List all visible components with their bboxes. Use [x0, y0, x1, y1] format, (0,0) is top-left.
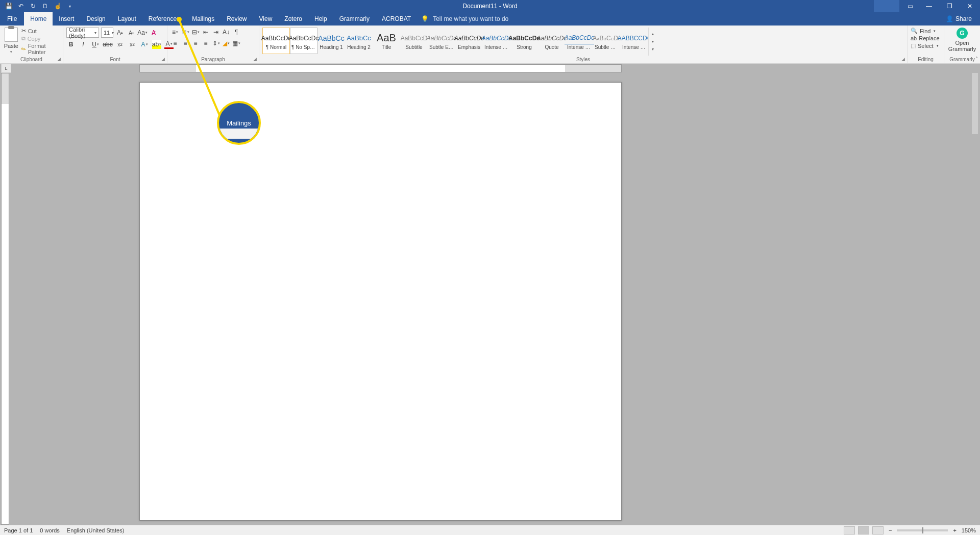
style-intense-re-[interactable]: AABBCCDCIntense Re… — [621, 28, 648, 54]
format-painter-button[interactable]: Format Painter — [21, 43, 60, 55]
style-title[interactable]: AaBTitle — [373, 28, 400, 54]
quick-access-toolbar: 💾 ↶ ↻ 🗋 ☝ ▾ — [0, 3, 74, 10]
style-heading-1[interactable]: AaBbCcHeading 1 — [317, 28, 345, 54]
clear-formatting-icon[interactable]: A̷ — [149, 28, 158, 37]
tab-grammarly[interactable]: Grammarly — [333, 12, 376, 26]
open-grammarly-button[interactable]: G Open Grammarly — [947, 28, 977, 52]
zoom-in-icon[interactable]: + — [951, 527, 958, 533]
style-heading-2[interactable]: AaBbCcHeading 2 — [345, 28, 373, 54]
paragraph-dialog-launcher[interactable]: ◢ — [252, 56, 258, 62]
multilevel-list-icon[interactable]: ⊟ — [191, 28, 200, 37]
style---no-spac-[interactable]: AaBbCcDc¶ No Spac… — [290, 28, 317, 54]
font-name-combo[interactable]: Calibri (Body)▾ — [66, 28, 99, 38]
tab-view[interactable]: View — [253, 12, 279, 26]
undo-icon[interactable]: ↶ — [17, 3, 24, 10]
tab-mailings[interactable]: Mailings — [186, 12, 220, 26]
tab-help[interactable]: Help — [308, 12, 333, 26]
font-size-combo[interactable]: 11▾ — [101, 28, 113, 38]
title-bar: 💾 ↶ ↻ 🗋 ☝ ▾ Document11 - Word ▭ — ❐ ✕ — [0, 0, 980, 12]
decrease-indent-icon[interactable]: ⇤ — [201, 28, 210, 37]
tab-insert[interactable]: Insert — [53, 12, 80, 26]
font-dialog-launcher[interactable]: ◢ — [160, 56, 166, 62]
select-button[interactable]: ⬚Select▾ — [911, 42, 940, 49]
change-case-icon[interactable]: Aa — [138, 28, 147, 37]
status-page[interactable]: Page 1 of 1 — [4, 527, 33, 533]
window-title: Document11 - Word — [462, 3, 517, 10]
account-button[interactable] — [874, 0, 899, 12]
style-quote[interactable]: AaBbCcDcQuote — [538, 28, 566, 54]
borders-icon[interactable]: ▦ — [232, 39, 241, 48]
styles-more-button[interactable]: ▴▾▾ — [648, 28, 656, 56]
touch-mode-icon[interactable]: ☝ — [54, 3, 61, 10]
tab-review[interactable]: Review — [220, 12, 253, 26]
close-icon[interactable]: ✕ — [960, 0, 980, 12]
sort-icon[interactable]: A↓ — [222, 28, 231, 37]
document-page[interactable] — [139, 82, 622, 521]
subscript-icon[interactable]: x2 — [115, 40, 125, 49]
tell-me-placeholder: Tell me what you want to do — [433, 15, 508, 22]
tab-layout[interactable]: Layout — [112, 12, 142, 26]
vertical-ruler[interactable] — [1, 73, 9, 525]
status-language[interactable]: English (United States) — [67, 527, 125, 533]
find-button[interactable]: 🔍Find▾ — [911, 28, 940, 34]
cut-button[interactable]: Cut — [21, 28, 60, 34]
styles-dialog-launcher[interactable]: ◢ — [900, 56, 906, 62]
italic-icon[interactable]: I — [79, 40, 88, 49]
superscript-icon[interactable]: x2 — [128, 40, 137, 49]
style-intense-e-[interactable]: AaBbCcDcIntense E… — [483, 28, 510, 54]
style-subtitle[interactable]: AaBbCcDSubtitle — [400, 28, 428, 54]
print-layout-icon[interactable] — [858, 526, 869, 534]
paste-button[interactable]: Paste ▾ — [3, 28, 19, 54]
strikethrough-icon[interactable]: abc — [103, 40, 112, 49]
style-strong[interactable]: AaBbCcDcStrong — [510, 28, 538, 54]
status-words[interactable]: 0 words — [40, 527, 60, 533]
clipboard-dialog-launcher[interactable]: ◢ — [56, 56, 62, 62]
tell-me-search[interactable]: 💡 Tell me what you want to do — [421, 12, 508, 26]
new-doc-icon[interactable]: 🗋 — [42, 3, 49, 10]
style-emphasis[interactable]: AaBbCcDcEmphasis — [455, 28, 483, 54]
shrink-font-icon[interactable]: A▾ — [127, 28, 136, 37]
bullets-icon[interactable]: ≡ — [170, 28, 180, 37]
increase-indent-icon[interactable]: ⇥ — [211, 28, 220, 37]
qat-dropdown-icon[interactable]: ▾ — [66, 3, 74, 10]
share-label: Share — [955, 15, 972, 22]
share-button[interactable]: 👤 Share — [938, 12, 980, 26]
tab-home[interactable]: Home — [24, 12, 53, 26]
copy-button[interactable]: Copy — [21, 35, 60, 42]
style-subtle-ref-[interactable]: AaBbCcDcSubtle Ref… — [593, 28, 621, 54]
style-intense-q-[interactable]: AaBbCcDcIntense Q… — [566, 28, 593, 54]
tab-file[interactable]: File — [0, 12, 24, 26]
vertical-scrollbar[interactable] — [972, 73, 978, 523]
replace-button[interactable]: abReplace — [911, 35, 940, 41]
style-subtle-em-[interactable]: AaBbCcDcSubtle Em… — [428, 28, 455, 54]
shading-icon[interactable]: ◢ — [222, 39, 231, 48]
tab-zotero[interactable]: Zotero — [278, 12, 308, 26]
restore-icon[interactable]: ❐ — [939, 0, 960, 12]
tab-design[interactable]: Design — [80, 12, 111, 26]
collapse-ribbon-icon[interactable]: ˄ — [975, 56, 978, 62]
web-layout-icon[interactable] — [872, 526, 884, 534]
ribbon-display-icon[interactable]: ▭ — [901, 0, 919, 12]
align-left-icon[interactable]: ≡ — [170, 39, 180, 48]
zoom-slider[interactable] — [897, 529, 948, 531]
align-right-icon[interactable]: ≡ — [191, 39, 200, 48]
tab-selector[interactable]: L — [1, 64, 11, 73]
highlight-icon[interactable]: ab — [152, 40, 161, 49]
zoom-out-icon[interactable]: − — [887, 527, 894, 533]
redo-icon[interactable]: ↻ — [30, 3, 37, 10]
scroll-thumb[interactable] — [972, 73, 978, 134]
bold-icon[interactable]: B — [66, 40, 76, 49]
grow-font-icon[interactable]: A▴ — [115, 28, 125, 37]
tab-acrobat[interactable]: ACROBAT — [376, 12, 417, 26]
line-spacing-icon[interactable]: ⇕ — [211, 39, 220, 48]
show-marks-icon[interactable]: ¶ — [232, 28, 241, 37]
horizontal-ruler[interactable] — [139, 64, 622, 72]
justify-icon[interactable]: ≡ — [201, 39, 210, 48]
save-icon[interactable]: 💾 — [5, 3, 12, 10]
underline-icon[interactable]: U — [91, 40, 100, 49]
style---normal[interactable]: AaBbCcDc¶ Normal — [262, 28, 290, 54]
zoom-level[interactable]: 150% — [962, 527, 976, 533]
minimize-icon[interactable]: — — [919, 0, 939, 12]
read-mode-icon[interactable] — [844, 526, 855, 534]
text-effects-icon[interactable]: A — [140, 40, 149, 49]
